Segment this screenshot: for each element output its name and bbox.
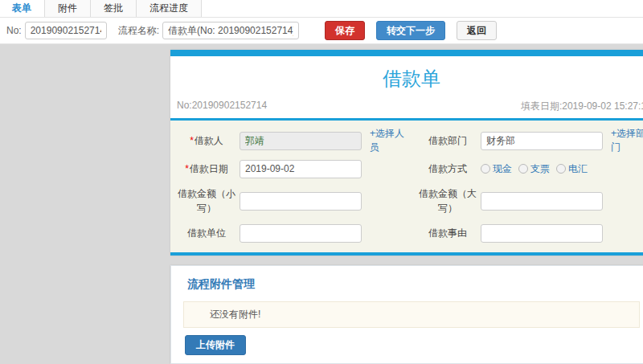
- no-attachment-notice: 还没有附件!: [183, 301, 640, 328]
- borrower-label: 借款人: [195, 135, 223, 146]
- department-label: 借款部门: [415, 133, 481, 148]
- loan-unit-input[interactable]: [240, 224, 362, 243]
- borrower-input[interactable]: [240, 132, 362, 150]
- tab-approval[interactable]: 签批: [90, 0, 137, 17]
- field-borrower: *借款人 +选择人员: [170, 125, 412, 156]
- radio-wire-label: 电汇: [568, 162, 588, 176]
- radio-circle-icon[interactable]: [518, 164, 528, 174]
- sheet-title: 借款单: [170, 56, 643, 96]
- radio-wire[interactable]: 电汇: [556, 162, 588, 176]
- radio-cash[interactable]: 现金: [481, 162, 512, 176]
- no-input[interactable]: [25, 22, 107, 39]
- save-button[interactable]: 保存: [325, 21, 365, 40]
- tabbar-spacer: [202, 0, 643, 17]
- radio-circle-icon[interactable]: [556, 164, 566, 174]
- loan-reason-input[interactable]: [481, 224, 603, 243]
- field-department: 借款部门 +选择部门: [412, 125, 643, 156]
- loan-reason-label: 借款事由: [415, 226, 481, 240]
- forward-next-step-button[interactable]: 转交下一步: [376, 21, 445, 40]
- sheet-fill-date-text: 填表日期:2019-09-02 15:27:1: [521, 100, 643, 113]
- amount-upper-label: 借款金额（大写）: [415, 186, 481, 215]
- radio-cheque-label: 支票: [530, 162, 550, 176]
- process-name-input[interactable]: [162, 22, 299, 39]
- field-loan-method: 借款方式 现金 支票 电汇: [412, 156, 643, 182]
- content-stage: 借款单 No:20190902152714 填表日期:2019-09-02 15…: [170, 50, 643, 364]
- loan-form: *借款人 +选择人员 借款部门 +选择部门 *借款日期: [170, 121, 643, 256]
- loan-date-input[interactable]: [240, 160, 362, 178]
- no-label: No:: [6, 25, 22, 36]
- loan-method-label: 借款方式: [415, 162, 481, 176]
- top-tab-bar: 表单 附件 签批 流程进度: [0, 0, 643, 18]
- loan-unit-label: 借款单位: [174, 226, 240, 240]
- select-department-link[interactable]: +选择部门: [611, 127, 643, 154]
- tab-form[interactable]: 表单: [0, 0, 45, 17]
- tab-progress[interactable]: 流程进度: [136, 0, 202, 17]
- radio-cash-label: 现金: [493, 162, 512, 176]
- amount-upper-input[interactable]: [481, 192, 603, 211]
- radio-circle-icon[interactable]: [481, 164, 490, 174]
- command-bar: No: 流程名称: 保存 转交下一步 返回: [0, 18, 643, 44]
- attachment-section: 流程附件管理 还没有附件! 上传附件: [170, 265, 643, 364]
- sheet-meta-row: No:20190902152714 填表日期:2019-09-02 15:27:…: [170, 96, 643, 118]
- loan-sheet-panel: 借款单 No:20190902152714 填表日期:2019-09-02 15…: [170, 50, 643, 256]
- amount-lower-input[interactable]: [240, 192, 362, 211]
- upload-attachment-button[interactable]: 上传附件: [185, 335, 246, 355]
- radio-cheque[interactable]: 支票: [518, 162, 550, 176]
- select-person-link[interactable]: +选择人员: [370, 127, 408, 154]
- field-loan-unit: 借款单位: [170, 220, 412, 246]
- required-asterisk: *: [185, 163, 189, 174]
- sheet-no-text: No:20190902152714: [177, 100, 267, 113]
- back-button[interactable]: 返回: [457, 21, 497, 40]
- amount-lower-label: 借款金额（小写）: [174, 186, 240, 215]
- loan-date-label: 借款日期: [190, 163, 228, 174]
- tab-attachments[interactable]: 附件: [44, 0, 91, 17]
- field-amount-lower: 借款金额（小写）: [170, 182, 412, 220]
- field-amount-upper: 借款金额（大写）: [412, 182, 643, 220]
- required-asterisk: *: [190, 135, 194, 146]
- process-name-label: 流程名称:: [118, 24, 159, 38]
- panel-top-accent-bar: [170, 50, 643, 56]
- field-loan-reason: 借款事由: [412, 220, 643, 246]
- field-loan-date: *借款日期: [170, 156, 412, 182]
- department-input[interactable]: [481, 132, 603, 150]
- attachment-heading: 流程附件管理: [183, 274, 640, 293]
